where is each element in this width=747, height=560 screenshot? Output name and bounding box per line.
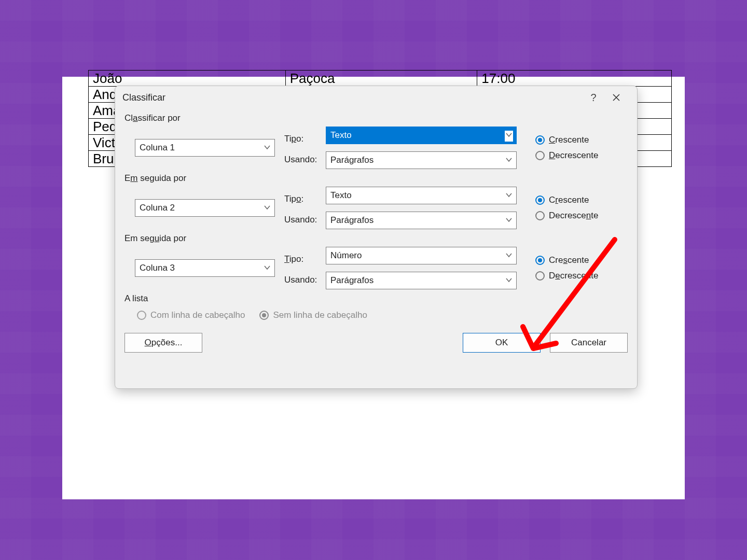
sort-using-3[interactable]: Parágrafos (326, 272, 517, 289)
chevron-down-icon (505, 156, 513, 166)
group-label-sort-by: Classificar por (123, 109, 629, 127)
dialog-title: Classificar (122, 92, 165, 103)
type-label-2: Tipo: (284, 191, 326, 204)
sort-column-3[interactable]: Coluna 3 (135, 259, 275, 277)
help-button[interactable]: ? (582, 87, 605, 108)
radio-asc-3[interactable]: Crescente (535, 255, 637, 265)
chevron-down-icon (505, 191, 513, 202)
type-label-3: Tipo: (284, 251, 326, 264)
radio-desc-1[interactable]: Decrescente (535, 150, 637, 161)
sort-column-2[interactable]: Coluna 2 (135, 199, 275, 217)
radio-asc-1[interactable]: Crescente (535, 135, 637, 145)
sort-using-1[interactable]: Parágrafos (326, 151, 517, 169)
close-button[interactable] (605, 87, 628, 108)
ok-button[interactable]: OK (463, 333, 541, 353)
radio-header-yes[interactable]: Com linha de cabeçalho (137, 310, 245, 320)
close-icon (612, 93, 620, 102)
options-button[interactable]: Opções... (125, 333, 202, 353)
chevron-down-icon (263, 263, 271, 274)
table-row: João Paçoca 17:00 (89, 71, 672, 87)
chevron-down-icon (505, 216, 513, 227)
chevron-down-icon (263, 203, 271, 214)
titlebar: Classificar ? (115, 86, 637, 109)
sort-type-3[interactable]: Número (326, 247, 517, 264)
sort-type-2[interactable]: Texto (326, 187, 517, 204)
list-group-label: A lista (123, 289, 629, 307)
group-label-then-by-1: Em seguida por (123, 169, 629, 187)
cell-name[interactable]: João (89, 71, 286, 87)
group-label-then-by-2: Em seguida por (123, 229, 629, 247)
chevron-down-icon (505, 276, 513, 287)
sort-using-2[interactable]: Parágrafos (326, 212, 517, 229)
radio-desc-2[interactable]: Decrescente (535, 211, 637, 221)
using-label-1: Usando: (284, 151, 326, 165)
sort-dialog: Classificar ? Classificar por Coluna 1 T… (115, 86, 638, 389)
type-label-1: Tipo: (284, 131, 326, 144)
cell-food[interactable]: Paçoca (285, 71, 477, 87)
using-label-3: Usando: (284, 272, 326, 285)
chevron-down-icon (263, 143, 271, 154)
radio-desc-3[interactable]: Decrescente (535, 271, 637, 281)
radio-header-no[interactable]: Sem linha de cabeçalho (259, 310, 367, 320)
cancel-button[interactable]: Cancelar (550, 333, 628, 353)
sort-column-1[interactable]: Coluna 1 (135, 139, 275, 157)
cell-time[interactable]: 17:00 (477, 71, 672, 87)
using-label-2: Usando: (284, 212, 326, 225)
chevron-down-icon (505, 251, 513, 262)
sort-type-1[interactable]: Texto (326, 127, 517, 144)
chevron-down-icon (505, 131, 513, 142)
radio-asc-2[interactable]: Crescente (535, 195, 637, 205)
